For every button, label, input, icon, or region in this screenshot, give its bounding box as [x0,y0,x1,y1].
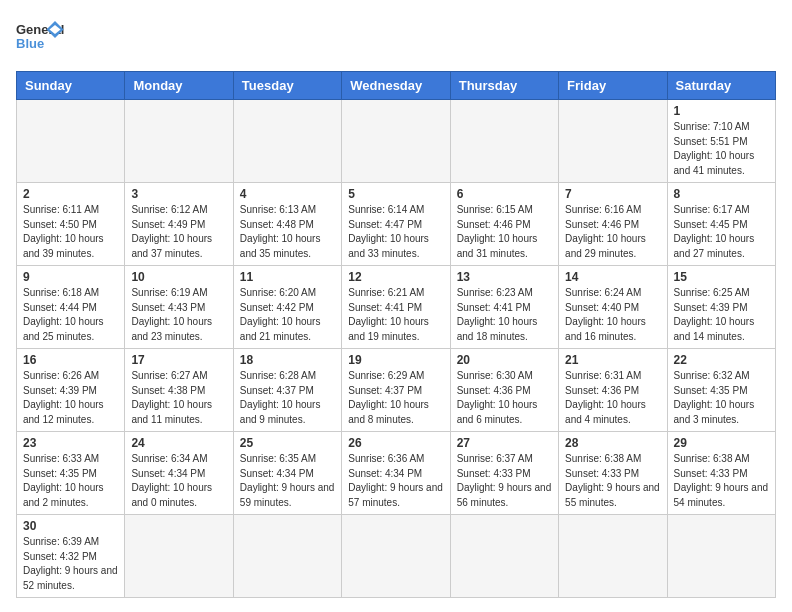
day-info: Sunrise: 6:38 AMSunset: 4:33 PMDaylight:… [565,452,660,510]
day-info: Sunrise: 6:24 AMSunset: 4:40 PMDaylight:… [565,286,660,344]
svg-text:Blue: Blue [16,36,44,51]
day-number: 11 [240,270,335,284]
day-number: 30 [23,519,118,533]
calendar-cell: 1Sunrise: 7:10 AMSunset: 5:51 PMDaylight… [667,100,775,183]
day-info: Sunrise: 6:21 AMSunset: 4:41 PMDaylight:… [348,286,443,344]
day-number: 23 [23,436,118,450]
logo-svg: General Blue [16,16,66,61]
calendar-cell: 9Sunrise: 6:18 AMSunset: 4:44 PMDaylight… [17,266,125,349]
day-info: Sunrise: 6:38 AMSunset: 4:33 PMDaylight:… [674,452,769,510]
logo: General Blue [16,16,66,61]
day-info: Sunrise: 6:13 AMSunset: 4:48 PMDaylight:… [240,203,335,261]
day-number: 25 [240,436,335,450]
day-info: Sunrise: 6:39 AMSunset: 4:32 PMDaylight:… [23,535,118,593]
day-number: 8 [674,187,769,201]
day-info: Sunrise: 6:35 AMSunset: 4:34 PMDaylight:… [240,452,335,510]
calendar-cell: 12Sunrise: 6:21 AMSunset: 4:41 PMDayligh… [342,266,450,349]
calendar-cell [233,100,341,183]
calendar-cell: 14Sunrise: 6:24 AMSunset: 4:40 PMDayligh… [559,266,667,349]
day-number: 14 [565,270,660,284]
calendar-cell: 24Sunrise: 6:34 AMSunset: 4:34 PMDayligh… [125,432,233,515]
day-info: Sunrise: 6:33 AMSunset: 4:35 PMDaylight:… [23,452,118,510]
day-info: Sunrise: 7:10 AMSunset: 5:51 PMDaylight:… [674,120,769,178]
day-info: Sunrise: 6:17 AMSunset: 4:45 PMDaylight:… [674,203,769,261]
calendar-cell: 19Sunrise: 6:29 AMSunset: 4:37 PMDayligh… [342,349,450,432]
day-info: Sunrise: 6:20 AMSunset: 4:42 PMDaylight:… [240,286,335,344]
calendar-cell [342,100,450,183]
calendar-cell: 3Sunrise: 6:12 AMSunset: 4:49 PMDaylight… [125,183,233,266]
calendar-cell [667,515,775,598]
day-info: Sunrise: 6:16 AMSunset: 4:46 PMDaylight:… [565,203,660,261]
calendar-cell: 13Sunrise: 6:23 AMSunset: 4:41 PMDayligh… [450,266,558,349]
calendar-cell: 30Sunrise: 6:39 AMSunset: 4:32 PMDayligh… [17,515,125,598]
calendar-cell: 20Sunrise: 6:30 AMSunset: 4:36 PMDayligh… [450,349,558,432]
calendar-cell: 18Sunrise: 6:28 AMSunset: 4:37 PMDayligh… [233,349,341,432]
calendar-cell: 16Sunrise: 6:26 AMSunset: 4:39 PMDayligh… [17,349,125,432]
day-info: Sunrise: 6:27 AMSunset: 4:38 PMDaylight:… [131,369,226,427]
week-row-0: 1Sunrise: 7:10 AMSunset: 5:51 PMDaylight… [17,100,776,183]
day-number: 4 [240,187,335,201]
header-thursday: Thursday [450,72,558,100]
day-info: Sunrise: 6:29 AMSunset: 4:37 PMDaylight:… [348,369,443,427]
header-sunday: Sunday [17,72,125,100]
day-number: 5 [348,187,443,201]
calendar-cell: 27Sunrise: 6:37 AMSunset: 4:33 PMDayligh… [450,432,558,515]
calendar-cell [559,515,667,598]
week-row-3: 16Sunrise: 6:26 AMSunset: 4:39 PMDayligh… [17,349,776,432]
day-info: Sunrise: 6:31 AMSunset: 4:36 PMDaylight:… [565,369,660,427]
calendar-cell [17,100,125,183]
calendar-cell: 4Sunrise: 6:13 AMSunset: 4:48 PMDaylight… [233,183,341,266]
day-number: 28 [565,436,660,450]
week-row-4: 23Sunrise: 6:33 AMSunset: 4:35 PMDayligh… [17,432,776,515]
day-number: 16 [23,353,118,367]
calendar-cell: 8Sunrise: 6:17 AMSunset: 4:45 PMDaylight… [667,183,775,266]
calendar-cell: 5Sunrise: 6:14 AMSunset: 4:47 PMDaylight… [342,183,450,266]
day-number: 9 [23,270,118,284]
day-number: 17 [131,353,226,367]
header-tuesday: Tuesday [233,72,341,100]
header-friday: Friday [559,72,667,100]
day-info: Sunrise: 6:19 AMSunset: 4:43 PMDaylight:… [131,286,226,344]
day-number: 1 [674,104,769,118]
day-number: 3 [131,187,226,201]
day-info: Sunrise: 6:26 AMSunset: 4:39 PMDaylight:… [23,369,118,427]
day-number: 27 [457,436,552,450]
header-monday: Monday [125,72,233,100]
day-number: 12 [348,270,443,284]
day-info: Sunrise: 6:23 AMSunset: 4:41 PMDaylight:… [457,286,552,344]
day-info: Sunrise: 6:37 AMSunset: 4:33 PMDaylight:… [457,452,552,510]
calendar-cell: 7Sunrise: 6:16 AMSunset: 4:46 PMDaylight… [559,183,667,266]
calendar-cell [125,100,233,183]
calendar-cell: 25Sunrise: 6:35 AMSunset: 4:34 PMDayligh… [233,432,341,515]
day-number: 24 [131,436,226,450]
day-number: 21 [565,353,660,367]
calendar-cell [450,100,558,183]
day-number: 15 [674,270,769,284]
day-info: Sunrise: 6:34 AMSunset: 4:34 PMDaylight:… [131,452,226,510]
calendar-cell [233,515,341,598]
week-row-1: 2Sunrise: 6:11 AMSunset: 4:50 PMDaylight… [17,183,776,266]
calendar-cell: 17Sunrise: 6:27 AMSunset: 4:38 PMDayligh… [125,349,233,432]
day-number: 29 [674,436,769,450]
calendar-cell: 2Sunrise: 6:11 AMSunset: 4:50 PMDaylight… [17,183,125,266]
calendar-cell [559,100,667,183]
day-info: Sunrise: 6:15 AMSunset: 4:46 PMDaylight:… [457,203,552,261]
calendar-cell: 10Sunrise: 6:19 AMSunset: 4:43 PMDayligh… [125,266,233,349]
day-info: Sunrise: 6:32 AMSunset: 4:35 PMDaylight:… [674,369,769,427]
calendar-cell: 6Sunrise: 6:15 AMSunset: 4:46 PMDaylight… [450,183,558,266]
calendar-cell [125,515,233,598]
day-info: Sunrise: 6:25 AMSunset: 4:39 PMDaylight:… [674,286,769,344]
calendar-cell: 15Sunrise: 6:25 AMSunset: 4:39 PMDayligh… [667,266,775,349]
calendar-cell: 22Sunrise: 6:32 AMSunset: 4:35 PMDayligh… [667,349,775,432]
day-number: 10 [131,270,226,284]
day-number: 6 [457,187,552,201]
day-number: 20 [457,353,552,367]
day-number: 18 [240,353,335,367]
week-row-5: 30Sunrise: 6:39 AMSunset: 4:32 PMDayligh… [17,515,776,598]
header: General Blue [16,16,776,61]
calendar-cell: 11Sunrise: 6:20 AMSunset: 4:42 PMDayligh… [233,266,341,349]
calendar-cell: 29Sunrise: 6:38 AMSunset: 4:33 PMDayligh… [667,432,775,515]
day-info: Sunrise: 6:36 AMSunset: 4:34 PMDaylight:… [348,452,443,510]
day-info: Sunrise: 6:28 AMSunset: 4:37 PMDaylight:… [240,369,335,427]
calendar-cell: 21Sunrise: 6:31 AMSunset: 4:36 PMDayligh… [559,349,667,432]
